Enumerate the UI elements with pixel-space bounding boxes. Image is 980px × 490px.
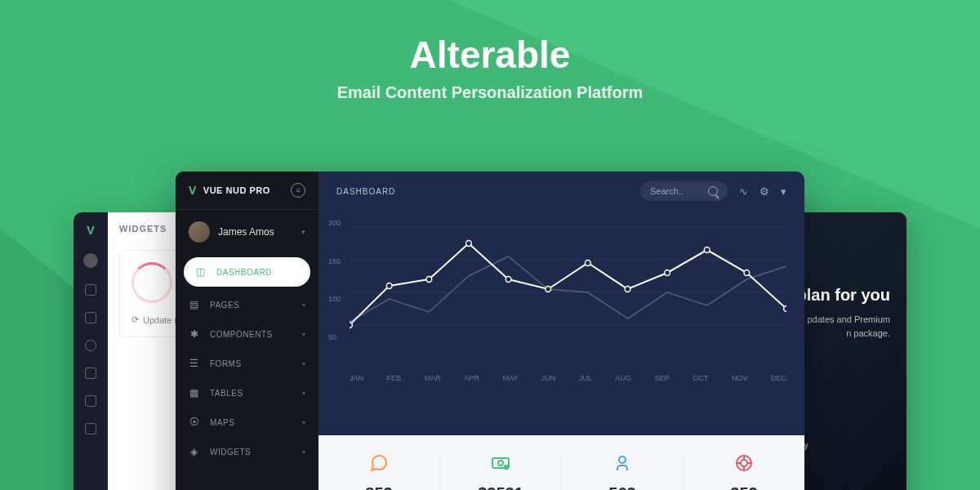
x-tick: MAY — [502, 374, 518, 382]
avatar — [189, 221, 210, 243]
user-menu[interactable]: James Amos ▾ — [176, 210, 318, 254]
sidebar-header: VVUE NUD PRO ≡ — [176, 172, 318, 210]
y-tick: 50 — [328, 333, 341, 341]
svg-point-7 — [466, 241, 472, 247]
nav-label: TABLES — [210, 389, 243, 398]
x-tick: FEB — [387, 374, 402, 382]
box-icon[interactable] — [85, 284, 96, 296]
svg-point-6 — [426, 277, 432, 283]
list-icon[interactable] — [85, 423, 96, 434]
svg-point-11 — [625, 287, 630, 292]
x-tick: APR — [464, 374, 479, 382]
svg-point-4 — [350, 323, 352, 328]
chevron-down-icon[interactable]: ▾ — [781, 185, 786, 198]
y-tick: 100 — [328, 295, 341, 303]
page-title: DASHBOARD — [336, 187, 395, 196]
logo-icon: V — [87, 224, 94, 237]
forms-icon: ☰ — [189, 358, 200, 369]
svg-point-20 — [619, 457, 626, 463]
sidebar-item-tables[interactable]: ▦TABLES▾ — [176, 378, 318, 408]
search-placeholder: Search.. — [650, 186, 684, 196]
sidebar-item-forms[interactable]: ☰FORMS▾ — [176, 349, 318, 378]
gear-icon[interactable] — [85, 340, 96, 351]
stat-value: 853 — [318, 484, 439, 490]
nav-label: WIDGETS — [210, 448, 251, 457]
x-tick: AUG — [616, 374, 632, 382]
svg-point-13 — [704, 247, 710, 253]
svg-point-5 — [386, 283, 392, 289]
svg-point-12 — [665, 270, 670, 276]
x-tick: OCT — [693, 374, 708, 382]
dashboard-icon: ◫ — [195, 266, 207, 278]
chevron-down-icon: ▾ — [302, 360, 306, 368]
svg-text:$: $ — [506, 465, 508, 470]
chevron-down-icon: ▾ — [302, 331, 306, 338]
svg-point-22 — [741, 460, 747, 466]
sidebar-item-maps[interactable]: ⦿MAPS▾ — [176, 408, 318, 437]
table-icon[interactable] — [85, 395, 96, 407]
maps-icon: ⦿ — [189, 416, 200, 428]
brand: VVUE NUD PRO — [189, 184, 270, 197]
chevron-down-icon: ▾ — [302, 419, 306, 426]
x-tick: MAR — [425, 374, 441, 382]
support-icon — [684, 453, 804, 478]
search-icon — [708, 186, 718, 196]
sidebar-item-pages[interactable]: ▤PAGES▾ — [176, 290, 318, 319]
svg-point-17 — [498, 461, 503, 466]
main-panel: DASHBOARD Search.. ∿ ⚙ ▾ 20015010050 JAN… — [318, 172, 804, 490]
pages-icon: ▤ — [189, 299, 200, 310]
user-name: James Amos — [218, 226, 274, 238]
stat-today-revenue: $$3521TODAY REVENUE — [440, 453, 562, 490]
layers-icon[interactable] — [85, 312, 96, 323]
tables-icon: ▦ — [189, 387, 200, 399]
y-tick: 200 — [328, 219, 341, 227]
svg-point-14 — [744, 270, 750, 276]
refresh-icon: ⟳ — [131, 314, 139, 325]
chevron-down-icon: ▾ — [302, 390, 306, 397]
mini-sidebar: V ◈ — [74, 212, 108, 490]
logo-icon: V — [189, 184, 197, 197]
stat-customers: 562CUSTOMERS — [562, 453, 684, 490]
money-icon: $ — [440, 453, 561, 478]
components-icon: ✱ — [189, 328, 200, 340]
widgets-icon: ◈ — [189, 446, 200, 457]
hero-title: Alterable — [0, 33, 980, 77]
nav-label: PAGES — [210, 301, 239, 310]
x-tick: JAN — [350, 374, 363, 382]
svg-point-10 — [585, 261, 590, 266]
user-icon — [562, 453, 683, 478]
x-tick: JUL — [579, 374, 592, 382]
nav-label: MAPS — [210, 418, 234, 427]
hero-subtitle: Email Content Personalization Platform — [0, 83, 980, 102]
stat-value: $3521 — [440, 484, 561, 490]
activity-icon[interactable]: ∿ — [739, 185, 748, 198]
progress-ring-icon — [131, 262, 172, 303]
stat-support-requests: 353SUPPORT REQUESTS — [684, 453, 804, 490]
stats-row: 853MESSAGES$$3521TODAY REVENUE562CUSTOME… — [318, 435, 804, 490]
x-tick: JUN — [541, 374, 556, 382]
svg-point-15 — [784, 306, 786, 312]
sidebar-item-widgets[interactable]: ◈WIDGETS▾ — [176, 437, 318, 466]
hero: Alterable Email Content Personalization … — [0, 0, 980, 102]
nav-label: COMPONENTS — [210, 330, 273, 339]
x-tick: SEP — [655, 374, 670, 382]
settings-icon[interactable]: ⚙ — [760, 185, 769, 198]
nav-label: DASHBOARD — [216, 268, 272, 277]
nav-label: FORMS — [210, 359, 242, 368]
dashboard-card: VVUE NUD PRO ≡ James Amos ▾ ◫DASHBOARD▤P… — [176, 172, 804, 490]
search-input[interactable]: Search.. — [640, 181, 728, 201]
chevron-down-icon: ▾ — [302, 301, 306, 309]
x-tick: NOV — [732, 374, 748, 382]
svg-point-8 — [506, 277, 511, 283]
sidebar-item-dashboard[interactable]: ◫DASHBOARD — [184, 257, 310, 287]
svg-point-9 — [546, 287, 551, 292]
message-icon — [318, 453, 439, 478]
stat-value: 353 — [684, 484, 804, 490]
stat-messages: 853MESSAGES — [318, 453, 440, 490]
form-icon[interactable] — [85, 368, 96, 379]
menu-toggle-icon[interactable]: ≡ — [291, 183, 305, 198]
chevron-down-icon: ▾ — [301, 228, 305, 236]
mockups: V ◈ WIDGETS ⟳Update no ▦DASHBOARD plan f… — [74, 172, 906, 490]
sidebar-item-components[interactable]: ✱COMPONENTS▾ — [176, 319, 318, 349]
y-tick: 150 — [328, 257, 341, 265]
